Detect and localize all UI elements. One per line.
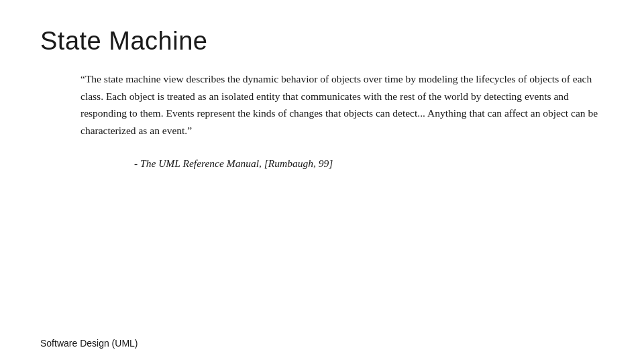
footer-text: Software Design (UML)	[40, 338, 138, 349]
slide-container: State Machine “The state machine view de…	[0, 0, 644, 362]
quote-text: “The state machine view describes the dy…	[80, 70, 604, 139]
slide-title: State Machine	[40, 27, 604, 56]
content-block: “The state machine view describes the dy…	[80, 70, 604, 196]
citation-text: - The UML Reference Manual, [Rumbaugh, 9…	[134, 158, 604, 170]
